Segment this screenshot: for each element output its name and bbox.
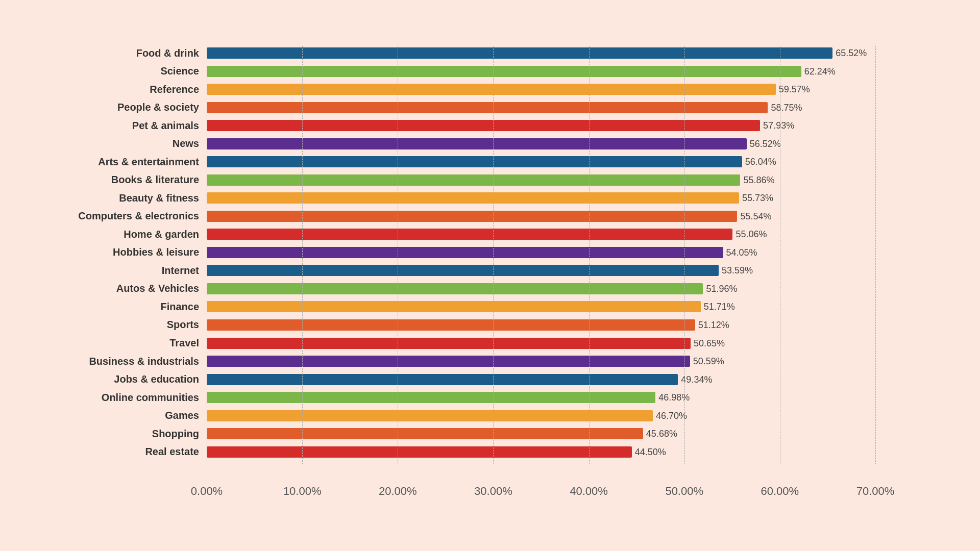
bar-row: Home & garden55.06% (207, 227, 875, 241)
bar-track: 46.98% (207, 392, 875, 403)
bar-row: Hobbies & leisure54.05% (207, 245, 875, 260)
bar-label: Autos & Vehicles (51, 283, 199, 294)
bar-fill (207, 47, 832, 59)
bar-fill (207, 283, 703, 294)
bar-label: Arts & entertainment (51, 156, 199, 168)
bar-value: 54.05% (726, 247, 757, 258)
bar-fill (207, 356, 690, 367)
bar-row: Beauty & fitness55.73% (207, 191, 875, 205)
bar-value: 46.98% (658, 392, 690, 403)
x-axis-label: 70.00% (856, 485, 895, 498)
bar-value: 58.75% (771, 102, 802, 113)
bar-row: People & society58.75% (207, 101, 875, 115)
bar-track: 44.50% (207, 446, 875, 458)
bar-fill (207, 374, 678, 385)
bar-row: Arts & entertainment56.04% (207, 155, 875, 169)
bar-label: Science (51, 65, 199, 77)
bar-fill (207, 428, 643, 439)
bar-fill (207, 156, 742, 167)
x-axis-label: 20.00% (379, 485, 417, 498)
bar-label: Finance (51, 301, 199, 313)
bar-fill (207, 102, 768, 113)
bar-fill (207, 410, 653, 421)
bar-track: 57.93% (207, 120, 875, 131)
bar-row: Finance51.71% (207, 299, 875, 314)
bar-row: Books & literature55.86% (207, 173, 875, 187)
bar-value: 62.24% (804, 66, 836, 77)
bar-value: 55.86% (743, 174, 774, 185)
x-axis-label: 40.00% (570, 485, 608, 498)
x-axis-label: 60.00% (761, 485, 799, 498)
bar-label: Reference (51, 84, 199, 95)
bar-track: 53.59% (207, 265, 875, 276)
bar-row: Reference59.57% (207, 82, 875, 96)
bar-label: Pet & animals (51, 120, 199, 132)
bar-label: Games (51, 410, 199, 421)
bar-value: 44.50% (635, 446, 666, 457)
bar-label: News (51, 138, 199, 149)
bar-row: Science62.24% (207, 64, 875, 79)
x-axis-label: 50.00% (665, 485, 703, 498)
bar-value: 53.59% (722, 265, 753, 276)
bar-track: 56.04% (207, 156, 875, 167)
bar-value: 51.12% (698, 319, 729, 330)
bar-track: 54.05% (207, 247, 875, 258)
bar-label: Travel (51, 337, 199, 349)
bar-fill (207, 84, 776, 95)
bar-fill (207, 338, 691, 349)
bar-value: 57.93% (763, 120, 794, 131)
bar-track: 55.54% (207, 211, 875, 222)
x-axis-label: 10.00% (283, 485, 322, 498)
bar-fill (207, 247, 723, 258)
bar-value: 59.57% (779, 84, 810, 95)
bar-track: 51.96% (207, 283, 875, 294)
bar-track: 58.75% (207, 102, 875, 113)
bar-row: Business & industrials50.59% (207, 354, 875, 368)
bar-label: Sports (51, 319, 199, 331)
bar-label: People & society (51, 102, 199, 113)
bar-fill (207, 211, 737, 222)
bar-value: 50.65% (694, 338, 725, 348)
bar-fill (207, 66, 801, 77)
bar-track: 45.68% (207, 428, 875, 439)
bar-value: 56.04% (745, 157, 776, 167)
bar-track: 65.52% (207, 47, 875, 59)
bar-track: 50.65% (207, 338, 875, 349)
bar-label: Online communities (51, 392, 199, 404)
bar-fill (207, 301, 701, 312)
bar-value: 45.68% (646, 429, 677, 439)
bar-label: Hobbies & leisure (51, 246, 199, 258)
bar-label: Beauty & fitness (51, 192, 199, 204)
bar-track: 51.71% (207, 301, 875, 312)
bar-row: Games46.70% (207, 409, 875, 423)
chart-container: Food & drink65.52%Science62.24%Reference… (43, 26, 937, 525)
bar-row: Real estate44.50% (207, 445, 875, 459)
bar-row: Pet & animals57.93% (207, 118, 875, 133)
bar-label: Home & garden (51, 229, 199, 240)
bar-fill (207, 174, 740, 186)
bar-value: 56.52% (750, 138, 781, 149)
bar-label: Computers & electronics (51, 210, 199, 222)
bar-track: 55.73% (207, 192, 875, 204)
bar-label: Real estate (51, 446, 199, 458)
bar-fill (207, 392, 655, 403)
bar-track: 51.12% (207, 319, 875, 331)
bar-row: Online communities46.98% (207, 390, 875, 405)
bar-label: Food & drink (51, 47, 199, 59)
bar-value: 46.70% (656, 410, 687, 421)
bar-fill (207, 138, 747, 149)
bar-track: 49.34% (207, 374, 875, 385)
bar-fill (207, 265, 719, 276)
bar-row: News56.52% (207, 137, 875, 151)
bar-fill (207, 446, 632, 458)
bar-label: Internet (51, 265, 199, 277)
bars-section: Food & drink65.52%Science62.24%Reference… (207, 46, 875, 459)
bar-label: Shopping (51, 428, 199, 440)
bar-label: Business & industrials (51, 356, 199, 367)
bar-track: 56.52% (207, 138, 875, 149)
bar-value: 55.73% (742, 193, 773, 204)
bar-value: 55.54% (740, 211, 771, 221)
bar-row: Food & drink65.52% (207, 46, 875, 60)
bar-value: 51.96% (706, 283, 737, 294)
chart-area: Food & drink65.52%Science62.24%Reference… (207, 46, 875, 485)
